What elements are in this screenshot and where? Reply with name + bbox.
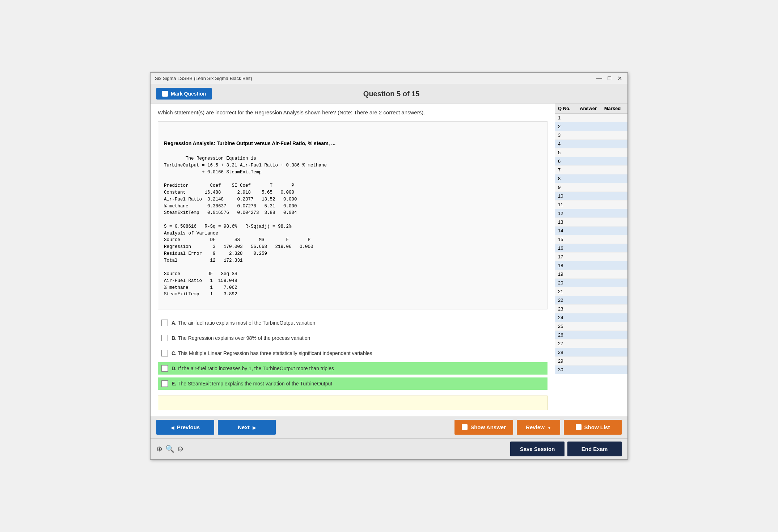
regression-box: Regression Analysis: Turbine Output vers… bbox=[158, 121, 547, 309]
sidebar-row[interactable]: 28 bbox=[555, 348, 627, 357]
sidebar-row[interactable]: 22 bbox=[555, 296, 627, 305]
checkbox-b[interactable] bbox=[161, 335, 168, 341]
sidebar-header-marked: Marked bbox=[600, 106, 625, 111]
checkbox-c[interactable] bbox=[161, 350, 168, 356]
sidebar-row[interactable]: 26 bbox=[555, 331, 627, 339]
zoom-in-button[interactable]: ⊕ bbox=[156, 444, 162, 453]
sidebar-row[interactable]: 1 bbox=[555, 114, 627, 122]
previous-button[interactable]: Previous bbox=[156, 420, 214, 435]
show-answer-label: Show Answer bbox=[470, 424, 506, 430]
sidebar-row[interactable]: 23 bbox=[555, 305, 627, 313]
answer-option-e[interactable]: E. The SteamExitTemp explains the most v… bbox=[158, 377, 547, 390]
sidebar-row-answer bbox=[576, 211, 600, 216]
sidebar-row[interactable]: 25 bbox=[555, 322, 627, 331]
sidebar-row-answer bbox=[576, 280, 600, 286]
sidebar-row[interactable]: 8 bbox=[555, 174, 627, 183]
sidebar-row-num: 12 bbox=[558, 211, 576, 216]
sidebar-row-num: 20 bbox=[558, 280, 576, 286]
sidebar-row-answer bbox=[576, 115, 600, 121]
sidebar-row-answer bbox=[576, 202, 600, 207]
sidebar-row[interactable]: 30 bbox=[555, 366, 627, 374]
sidebar-row[interactable]: 11 bbox=[555, 200, 627, 209]
sidebar-row[interactable]: 29 bbox=[555, 357, 627, 366]
sidebar-list: 1234567891011121314151617181920212223242… bbox=[555, 114, 627, 416]
sidebar-row[interactable]: 10 bbox=[555, 192, 627, 200]
answer-option-c[interactable]: C. This Multiple Linear Regression has t… bbox=[158, 347, 547, 359]
previous-label: Previous bbox=[177, 424, 200, 430]
zoom-controls: ⊕ 🔍 ⊖ bbox=[156, 444, 183, 453]
sidebar-row[interactable]: 15 bbox=[555, 235, 627, 244]
sidebar-row[interactable]: 20 bbox=[555, 279, 627, 287]
sidebar-row-marked bbox=[600, 263, 625, 268]
sidebar-row[interactable]: 4 bbox=[555, 140, 627, 148]
sidebar-row-marked bbox=[600, 350, 625, 355]
show-answer-button[interactable]: Show Answer bbox=[454, 420, 513, 435]
sidebar-row-marked bbox=[600, 185, 625, 190]
sidebar-row-num: 17 bbox=[558, 254, 576, 259]
save-session-button[interactable]: Save Session bbox=[510, 442, 565, 456]
sidebar-row-num: 14 bbox=[558, 228, 576, 233]
checkbox-e[interactable] bbox=[161, 380, 168, 387]
sidebar-row[interactable]: 17 bbox=[555, 253, 627, 261]
sidebar-row-num: 19 bbox=[558, 271, 576, 277]
next-label: Next bbox=[238, 424, 250, 430]
sidebar-row[interactable]: 24 bbox=[555, 313, 627, 322]
sidebar-row[interactable]: 5 bbox=[555, 148, 627, 157]
sidebar-row[interactable]: 6 bbox=[555, 157, 627, 166]
sidebar-row-marked bbox=[600, 150, 625, 155]
sidebar-row-answer bbox=[576, 150, 600, 155]
sidebar-row[interactable]: 7 bbox=[555, 166, 627, 174]
answer-a-label: A. The air-fuel ratio explains most of t… bbox=[172, 320, 315, 326]
title-bar: Six Sigma LSSBB (Lean Six Sigma Black Be… bbox=[151, 73, 627, 84]
sidebar-row-answer bbox=[576, 332, 600, 338]
footer-bottom: ⊕ 🔍 ⊖ Save Session End Exam bbox=[151, 438, 627, 459]
review-button[interactable]: Review bbox=[517, 420, 560, 435]
maximize-icon[interactable]: □ bbox=[606, 75, 613, 82]
answer-d-label: D. If the air-fuel ratio increases by 1,… bbox=[172, 366, 334, 371]
sidebar-row-answer bbox=[576, 263, 600, 268]
sidebar-row[interactable]: 18 bbox=[555, 261, 627, 270]
show-list-button[interactable]: Show List bbox=[564, 420, 622, 435]
sidebar-row-answer bbox=[576, 350, 600, 355]
checkbox-d[interactable] bbox=[161, 365, 168, 372]
review-label: Review bbox=[526, 424, 545, 430]
sidebar-row-answer bbox=[576, 358, 600, 364]
sidebar-row-marked bbox=[600, 254, 625, 259]
sidebar-row[interactable]: 27 bbox=[555, 339, 627, 348]
zoom-out-button[interactable]: ⊖ bbox=[177, 444, 183, 453]
end-exam-button[interactable]: End Exam bbox=[567, 442, 622, 456]
sidebar-row-num: 21 bbox=[558, 289, 576, 294]
window-controls: — □ ✕ bbox=[596, 75, 623, 82]
sidebar-row[interactable]: 21 bbox=[555, 287, 627, 296]
sidebar-row[interactable]: 12 bbox=[555, 209, 627, 218]
sidebar-row-marked bbox=[600, 297, 625, 303]
zoom-reset-button[interactable]: 🔍 bbox=[165, 444, 174, 453]
sidebar-row-num: 13 bbox=[558, 219, 576, 225]
sidebar-row[interactable]: 13 bbox=[555, 218, 627, 227]
answer-b-label: B. The Regression explains over 98% of t… bbox=[172, 335, 310, 341]
answer-option-d[interactable]: D. If the air-fuel ratio increases by 1,… bbox=[158, 362, 547, 375]
sidebar-row[interactable]: 2 bbox=[555, 122, 627, 131]
checkbox-a[interactable] bbox=[161, 320, 168, 326]
sidebar-row-answer bbox=[576, 324, 600, 329]
sidebar-row[interactable]: 19 bbox=[555, 270, 627, 279]
sidebar-row-marked bbox=[600, 141, 625, 147]
sidebar-row-marked bbox=[600, 237, 625, 242]
toolbar: Mark Question Question 5 of 15 bbox=[151, 84, 627, 104]
next-button[interactable]: Next bbox=[218, 420, 276, 435]
minimize-icon[interactable]: — bbox=[596, 75, 603, 82]
sidebar-row-num: 10 bbox=[558, 193, 576, 199]
regression-body: The Regression Equation is TurbineOutput… bbox=[164, 156, 327, 297]
close-icon[interactable]: ✕ bbox=[616, 75, 623, 82]
sidebar-row[interactable]: 14 bbox=[555, 227, 627, 235]
sidebar-row[interactable]: 9 bbox=[555, 183, 627, 192]
sidebar-row[interactable]: 16 bbox=[555, 244, 627, 253]
main-content: Which statement(s) are incorrect for the… bbox=[151, 104, 627, 416]
answer-option-a[interactable]: A. The air-fuel ratio explains most of t… bbox=[158, 317, 547, 329]
mark-question-button[interactable]: Mark Question bbox=[156, 88, 212, 100]
show-list-label: Show List bbox=[584, 424, 610, 430]
sidebar-row[interactable]: 3 bbox=[555, 131, 627, 140]
sidebar-row-answer bbox=[576, 297, 600, 303]
answer-option-b[interactable]: B. The Regression explains over 98% of t… bbox=[158, 332, 547, 344]
sidebar-row-marked bbox=[600, 306, 625, 312]
